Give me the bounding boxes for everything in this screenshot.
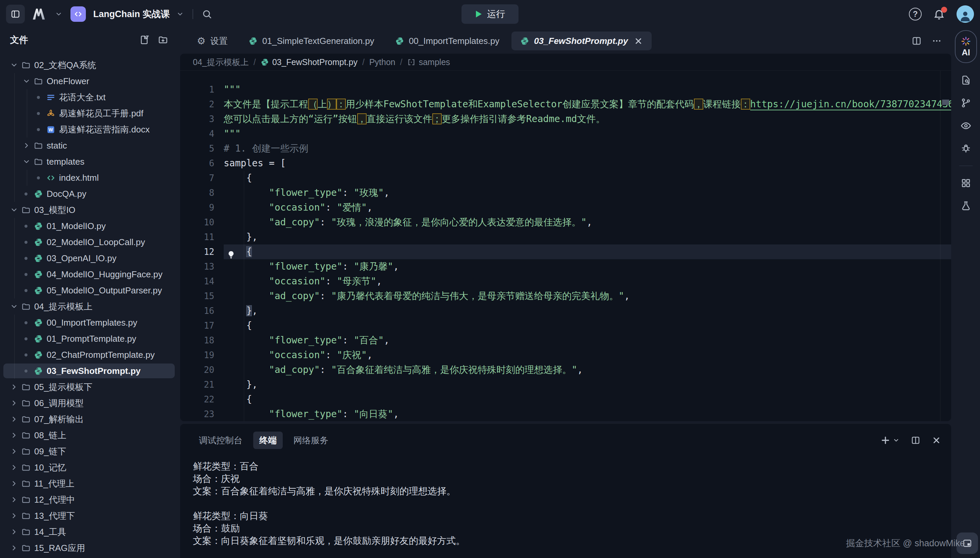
- tab-设置[interactable]: ⚙设置: [188, 31, 236, 50]
- code-area[interactable]: 1"""2本文件是【提示工程（上）：用少样本FewShotTemplate和Ex…: [180, 71, 951, 421]
- preview-button[interactable]: [959, 120, 973, 131]
- breadcrumb-item-04_提示模板上[interactable]: 04_提示模板上: [193, 57, 249, 68]
- tree-file-02_ChatPromptTemplate.py[interactable]: 02_ChatPromptTemplate.py: [0, 347, 178, 363]
- code-line-22[interactable]: 22 {: [180, 392, 951, 407]
- project-chevron-down-icon[interactable]: [176, 10, 184, 18]
- tree-folder-templates[interactable]: templates: [0, 154, 178, 170]
- notifications-button[interactable]: [933, 8, 945, 20]
- tree-folder-03_模型IO[interactable]: 03_模型IO: [0, 202, 178, 218]
- logo-chevron-down-icon[interactable]: [55, 10, 62, 18]
- code-line-14[interactable]: 14 "occasion": "母亲节",: [180, 274, 951, 289]
- code-line-17[interactable]: 17 {: [180, 318, 951, 333]
- tree-folder-02_文档QA系统[interactable]: 02_文档QA系统: [0, 57, 178, 73]
- project-name[interactable]: LangChain 实战课: [93, 8, 170, 20]
- code-line-4[interactable]: 4""": [180, 126, 951, 141]
- new-file-button[interactable]: [139, 35, 149, 45]
- extensions-button[interactable]: [959, 177, 973, 189]
- tree-file-DocQA.py[interactable]: DocQA.py: [0, 186, 178, 202]
- activity-bar: AI: [952, 28, 980, 558]
- tree-file-01_PromptTemplate.py[interactable]: 01_PromptTemplate.py: [0, 331, 178, 347]
- editor-scrollbar[interactable]: [940, 71, 951, 421]
- avatar[interactable]: [957, 5, 974, 23]
- app-logo[interactable]: [30, 7, 50, 21]
- code-line-19[interactable]: 19 "occasion": "庆祝",: [180, 348, 951, 363]
- tree-file-易速鲜花运营指南.docx[interactable]: 易速鲜花运营指南.docx: [0, 121, 178, 138]
- tree-folder-static[interactable]: static: [0, 138, 178, 154]
- tree-folder-14_工具[interactable]: 14_工具: [0, 524, 178, 540]
- panel-tab-终端[interactable]: 终端: [253, 432, 283, 449]
- tab-01_SimpleTextGeneration.py[interactable]: 01_SimpleTextGeneration.py: [240, 31, 383, 50]
- tree-folder-OneFlower[interactable]: OneFlower: [0, 73, 178, 89]
- tree-folder-09_链下[interactable]: 09_链下: [0, 443, 178, 460]
- folder-icon: [21, 463, 34, 472]
- tree-folder-11_代理上[interactable]: 11_代理上: [0, 476, 178, 492]
- new-folder-button[interactable]: [158, 35, 168, 45]
- code-line-18[interactable]: 18 "flower_type": "百合",: [180, 333, 951, 348]
- tree-file-03_OpenAI_IO.py[interactable]: 03_OpenAI_IO.py: [0, 250, 178, 266]
- code-line-12[interactable]: 12 {: [180, 245, 951, 259]
- code-line-3[interactable]: 3您可以点击最上方的“运行”按钮，直接运行该文件；更多操作指引请参考Readme…: [180, 112, 951, 126]
- global-search-button[interactable]: [202, 9, 212, 19]
- tab-03_FewShotPrompt.py[interactable]: 03_FewShotPrompt.py: [512, 31, 652, 50]
- tree-file-01_ModelIO.py[interactable]: 01_ModelIO.py: [0, 218, 178, 234]
- panel-tab-网络服务[interactable]: 网络服务: [287, 432, 334, 449]
- code-line-5[interactable]: 5# 1. 创建一些示例: [180, 141, 951, 156]
- code-line-1[interactable]: 1""": [180, 82, 951, 97]
- tree-file-04_ModelIO_HuggingFace.py[interactable]: 04_ModelIO_HuggingFace.py: [0, 266, 178, 282]
- code-line-10[interactable]: 10 "ad_copy": "玫瑰，浪漫的象征，是你向心爱的人表达爱意的最佳选择…: [180, 215, 951, 230]
- tree-folder-05_提示模板下[interactable]: 05_提示模板下: [0, 379, 178, 395]
- sidebar-toggle-button[interactable]: [6, 5, 25, 23]
- tree-file-易速鲜花员工手册.pdf[interactable]: 易速鲜花员工手册.pdf: [0, 105, 178, 121]
- split-editor-button[interactable]: [911, 36, 922, 46]
- tree-folder-08_链上[interactable]: 08_链上: [0, 427, 178, 443]
- tree-folder-13_代理下[interactable]: 13_代理下: [0, 508, 178, 524]
- search-in-files-button[interactable]: [959, 74, 973, 86]
- folder-icon: [21, 382, 34, 392]
- breadcrumb-item-Python[interactable]: Python: [369, 57, 396, 67]
- tab-00_ImportTemplates.py[interactable]: 00_ImportTemplates.py: [386, 31, 508, 50]
- chevron-right-icon: [10, 415, 21, 423]
- help-button[interactable]: ?: [909, 8, 922, 20]
- tree-file-00_ImportTemplates.py[interactable]: 00_ImportTemplates.py: [0, 315, 178, 331]
- ai-assistant-button[interactable]: AI: [955, 30, 977, 63]
- split-terminal-button[interactable]: [911, 436, 920, 445]
- code-line-16[interactable]: 16 },: [180, 304, 951, 318]
- source-control-button[interactable]: [959, 97, 973, 109]
- breadcrumb-item-samples[interactable]: samples: [407, 57, 450, 67]
- code-line-20[interactable]: 20 "ad_copy": "百合象征着纯洁与高雅，是你庆祝特殊时刻的理想选择。…: [180, 363, 951, 377]
- tree-folder-10_记忆[interactable]: 10_记忆: [0, 460, 178, 476]
- terminal-dropdown-button[interactable]: [893, 437, 900, 444]
- breadcrumb-item-03_FewShotPrompt.py[interactable]: 03_FewShotPrompt.py: [261, 57, 358, 67]
- tree-file-05_ModelIO_OutputParser.py[interactable]: 05_ModelIO_OutputParser.py: [0, 282, 178, 299]
- scrollbar-thumb[interactable]: [942, 100, 949, 105]
- code-line-11[interactable]: 11 },: [180, 230, 951, 245]
- code-line-23[interactable]: 23 "flower_type": "向日葵",: [180, 407, 951, 421]
- panel-tab-调试控制台[interactable]: 调试控制台: [193, 432, 248, 449]
- code-line-6[interactable]: 6samples = [: [180, 156, 951, 171]
- experiments-button[interactable]: [959, 200, 973, 212]
- code-line-9[interactable]: 9 "occasion": "爱情",: [180, 200, 951, 215]
- tree-folder-12_代理中[interactable]: 12_代理中: [0, 492, 178, 508]
- tree-file-index.html[interactable]: index.html: [0, 170, 178, 186]
- tree-folder-04_提示模板上[interactable]: 04_提示模板上: [0, 299, 178, 315]
- editor-more-button[interactable]: [932, 36, 942, 46]
- code-line-15[interactable]: 15 "ad_copy": "康乃馨代表着母爱的纯洁与伟大，是母亲节赠送给母亲的…: [180, 289, 951, 304]
- debug-button[interactable]: [959, 143, 973, 154]
- code-line-2[interactable]: 2本文件是【提示工程（上）：用少样本FewShotTemplate和Exampl…: [180, 97, 951, 112]
- code-line-13[interactable]: 13 "flower_type": "康乃馨",: [180, 259, 951, 274]
- code-line-8[interactable]: 8 "flower_type": "玫瑰",: [180, 185, 951, 200]
- close-tab-icon[interactable]: [634, 36, 643, 46]
- tree-folder-07_解析输出[interactable]: 07_解析输出: [0, 411, 178, 427]
- tree-folder-15_RAG应用[interactable]: 15_RAG应用: [0, 540, 178, 556]
- run-button[interactable]: 运行: [461, 4, 519, 24]
- code-line-7[interactable]: 7 {: [180, 171, 951, 185]
- new-terminal-button[interactable]: [881, 436, 890, 445]
- tree-file-03_FewShotPrompt.py[interactable]: 03_FewShotPrompt.py: [0, 363, 178, 379]
- tree-file-花语大全.txt[interactable]: 花语大全.txt: [0, 89, 178, 105]
- tree-folder-06_调用模型[interactable]: 06_调用模型: [0, 395, 178, 411]
- chevron-right-icon: [10, 496, 21, 504]
- tree-file-02_ModelIO_LoopCall.py[interactable]: 02_ModelIO_LoopCall.py: [0, 234, 178, 250]
- close-panel-button[interactable]: [932, 436, 941, 445]
- terminal-output[interactable]: 鲜花类型：百合场合：庆祝文案：百合象征着纯洁与高雅，是你庆祝特殊时刻的理想选择。…: [180, 452, 951, 547]
- code-line-21[interactable]: 21 },: [180, 377, 951, 392]
